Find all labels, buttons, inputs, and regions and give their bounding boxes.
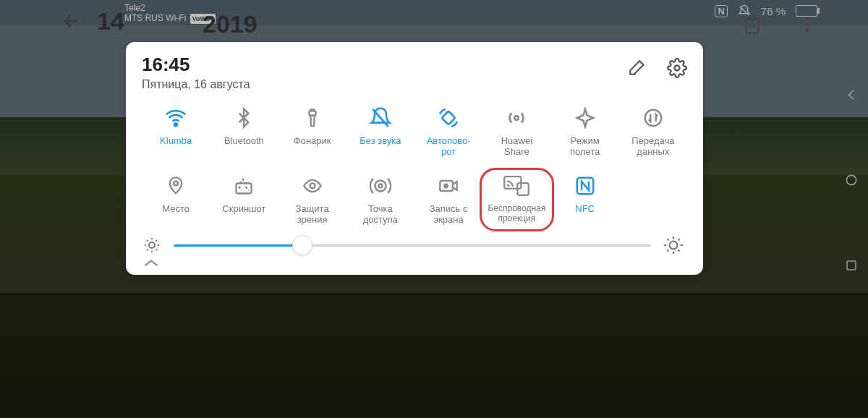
tile-bluetooth[interactable]: Bluetooth [210, 106, 278, 158]
tile-silent[interactable]: Без звука [346, 106, 414, 158]
underlying-app-bar: 14 Tele2 MTS RUS Wi-Fi VoWiFi 2019 N 76 … [0, 0, 868, 42]
bluetooth-icon [233, 106, 255, 130]
nav-back-icon[interactable] [843, 87, 859, 103]
screenshot-icon [233, 174, 255, 198]
svg-point-1 [806, 23, 809, 27]
tile-label: Точка доступа [363, 204, 398, 226]
tile-label: Беспроводная проекция [488, 204, 545, 226]
app-actions [742, 14, 817, 35]
year-fragment: 2019 [203, 10, 258, 38]
panel-header: 16:45 Пятница, 16 августа [142, 55, 687, 91]
quick-settings-panel: 16:45 Пятница, 16 августа Klumba Bluetoo… [126, 42, 703, 275]
brightness-track[interactable] [174, 244, 651, 247]
svg-point-20 [670, 242, 678, 249]
svg-rect-6 [442, 111, 456, 125]
projection-icon [503, 174, 529, 198]
tile-label: NFC [575, 204, 595, 226]
tile-label: Huawei Share [501, 136, 532, 158]
tile-label: Bluetooth [224, 136, 264, 158]
svg-rect-10 [237, 184, 252, 194]
tile-mobiledata[interactable]: Передача данных [619, 106, 687, 158]
svg-point-0 [806, 17, 809, 21]
svg-point-19 [149, 242, 155, 248]
tile-label: Запись с экрана [430, 204, 468, 226]
tile-hotspot[interactable]: Точка доступа [346, 174, 414, 226]
huaweishare-icon [505, 106, 528, 130]
nfc-status-icon: N [715, 5, 727, 17]
location-icon [166, 174, 186, 198]
tile-location[interactable]: Место [142, 174, 210, 226]
delete-icon[interactable] [742, 14, 762, 35]
svg-point-11 [310, 184, 315, 189]
tile-label: Скриншот [222, 204, 265, 226]
tile-label: Без звука [359, 136, 401, 158]
back-icon[interactable] [61, 10, 82, 32]
brightness-thumb[interactable] [292, 235, 312, 255]
flashlight-icon [302, 106, 323, 130]
tile-label: Автопово- рот [427, 136, 471, 158]
svg-point-13 [375, 181, 386, 192]
eye-icon [301, 174, 324, 198]
svg-point-7 [515, 116, 519, 119]
svg-rect-5 [309, 111, 315, 116]
tile-label: Передача данных [631, 136, 674, 158]
tile-label: Режим полета [570, 136, 600, 158]
nfc-icon [574, 174, 596, 198]
svg-point-8 [645, 110, 662, 127]
more-icon[interactable] [797, 14, 817, 35]
tile-huaweishare[interactable]: Huawei Share [482, 106, 550, 158]
brightness-fill [174, 244, 302, 247]
expand-handle[interactable] [142, 257, 687, 269]
svg-point-12 [378, 184, 382, 188]
brightness-slider[interactable] [142, 236, 687, 255]
tile-screenshot[interactable]: Скриншот [210, 174, 278, 226]
nav-recent-icon[interactable] [843, 257, 859, 273]
tile-airplane[interactable]: Режим полета [551, 106, 619, 158]
svg-point-21 [846, 175, 856, 184]
date-big: 14 [97, 7, 124, 35]
tile-screenrecord[interactable]: Запись с экрана [414, 174, 482, 226]
svg-point-2 [806, 29, 809, 33]
tile-wifi[interactable]: Klumba [142, 106, 210, 158]
tile-autorotate[interactable]: Автопово- рот [414, 106, 482, 158]
tile-nfc[interactable]: NFC [551, 174, 619, 226]
mobiledata-icon [642, 106, 664, 130]
svg-point-15 [444, 184, 448, 188]
settings-icon[interactable] [667, 58, 687, 78]
tile-label: Место [162, 204, 190, 226]
tile-label: Защита зрения [296, 204, 329, 226]
panel-time: 16:45 [142, 55, 250, 74]
svg-point-9 [174, 182, 178, 186]
tile-label: Klumba [160, 136, 192, 158]
tile-wirelessprojection[interactable]: Беспроводная проекция [480, 168, 553, 231]
autorotate-icon [437, 106, 460, 130]
airplane-icon [574, 106, 596, 130]
silent-icon [369, 106, 392, 130]
tile-label: Фонарик [294, 136, 331, 158]
svg-point-3 [675, 66, 680, 71]
tile-flashlight[interactable]: Фонарик [278, 106, 346, 158]
tile-eyecomfort[interactable]: Защита зрения [278, 174, 346, 226]
edit-icon[interactable] [628, 58, 647, 77]
tiles-grid: Klumba Bluetooth Фонарик Без звука Автоп [142, 106, 687, 226]
svg-point-4 [174, 123, 177, 126]
system-nav [843, 87, 859, 273]
svg-rect-22 [847, 261, 856, 270]
brightness-low-icon [143, 236, 161, 254]
brightness-high-icon [664, 236, 683, 255]
nav-home-icon[interactable] [843, 172, 859, 188]
panel-date: Пятница, 16 августа [142, 78, 250, 91]
carrier-2: MTS RUS Wi-Fi [124, 13, 186, 23]
wifi-icon [164, 106, 187, 130]
screenrecord-icon [437, 174, 460, 198]
hotspot-icon [370, 174, 391, 198]
